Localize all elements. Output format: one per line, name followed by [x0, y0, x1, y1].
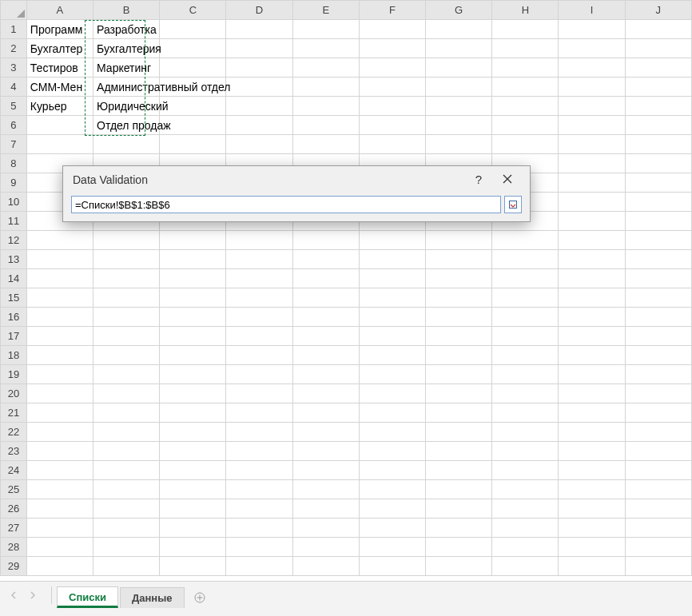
cell[interactable]	[625, 403, 691, 423]
cell[interactable]	[492, 365, 559, 384]
cell[interactable]	[226, 231, 292, 250]
cell[interactable]	[559, 461, 625, 480]
cell[interactable]	[559, 288, 625, 308]
cell[interactable]	[292, 346, 359, 365]
cell[interactable]	[160, 538, 226, 557]
cell[interactable]	[226, 557, 292, 576]
cell[interactable]	[559, 39, 625, 58]
cell[interactable]	[226, 39, 292, 58]
sheet-tab[interactable]: Данные	[120, 587, 185, 608]
cell[interactable]	[292, 403, 359, 423]
cell[interactable]	[426, 423, 492, 442]
cell[interactable]	[426, 77, 492, 97]
cell[interactable]	[625, 135, 691, 154]
cell[interactable]	[93, 461, 160, 480]
cell[interactable]	[292, 97, 359, 116]
cell[interactable]	[625, 39, 691, 58]
cell[interactable]	[359, 20, 425, 39]
cell[interactable]	[160, 231, 226, 250]
row-header[interactable]: 29	[1, 557, 27, 576]
cell[interactable]	[359, 423, 425, 442]
cell[interactable]	[160, 346, 226, 365]
cell[interactable]	[292, 519, 359, 538]
cell[interactable]	[226, 538, 292, 557]
cell[interactable]	[292, 538, 359, 557]
col-header[interactable]: C	[160, 1, 226, 20]
cell[interactable]	[625, 365, 691, 384]
cell[interactable]	[226, 480, 292, 499]
cell[interactable]	[625, 557, 691, 576]
row-header[interactable]: 22	[1, 423, 27, 442]
cell[interactable]	[292, 327, 359, 346]
row-header[interactable]: 5	[1, 97, 27, 116]
cell[interactable]	[426, 365, 492, 384]
cell[interactable]	[292, 442, 359, 461]
cell[interactable]	[559, 20, 625, 39]
cell[interactable]	[226, 116, 292, 135]
cell[interactable]	[559, 365, 625, 384]
cell[interactable]	[93, 519, 160, 538]
cell[interactable]	[26, 423, 93, 442]
cell[interactable]	[492, 499, 559, 519]
cell[interactable]	[226, 288, 292, 308]
cell[interactable]	[359, 58, 425, 77]
cell[interactable]	[359, 461, 425, 480]
cell[interactable]	[559, 77, 625, 97]
cell[interactable]	[93, 250, 160, 269]
cell[interactable]	[226, 442, 292, 461]
cell[interactable]	[426, 288, 492, 308]
cell[interactable]	[93, 346, 160, 365]
col-header[interactable]: F	[359, 1, 425, 20]
cell[interactable]	[26, 480, 93, 499]
cell[interactable]	[559, 308, 625, 327]
cell[interactable]	[426, 20, 492, 39]
cell[interactable]	[93, 557, 160, 576]
cell[interactable]	[625, 116, 691, 135]
row-header[interactable]: 27	[1, 519, 27, 538]
cell[interactable]	[26, 403, 93, 423]
cell[interactable]	[226, 58, 292, 77]
cell[interactable]	[559, 557, 625, 576]
cell[interactable]	[292, 288, 359, 308]
cell[interactable]	[426, 519, 492, 538]
cell[interactable]	[426, 442, 492, 461]
cell[interactable]	[492, 308, 559, 327]
cell[interactable]	[93, 442, 160, 461]
cell[interactable]	[492, 403, 559, 423]
cell[interactable]	[292, 58, 359, 77]
cell[interactable]	[559, 519, 625, 538]
row-header[interactable]: 12	[1, 231, 27, 250]
cell[interactable]	[226, 327, 292, 346]
tab-nav-next[interactable]	[24, 586, 42, 604]
row-header[interactable]: 23	[1, 442, 27, 461]
cell[interactable]	[625, 288, 691, 308]
cell[interactable]	[625, 58, 691, 77]
cell[interactable]	[625, 461, 691, 480]
cell[interactable]	[292, 135, 359, 154]
cell[interactable]	[160, 461, 226, 480]
row-header[interactable]: 20	[1, 384, 27, 403]
cell[interactable]	[359, 116, 425, 135]
cell[interactable]	[625, 250, 691, 269]
cell[interactable]	[160, 365, 226, 384]
row-header[interactable]: 19	[1, 365, 27, 384]
cell[interactable]	[26, 538, 93, 557]
cell[interactable]	[492, 77, 559, 97]
cell[interactable]	[226, 308, 292, 327]
cell[interactable]	[359, 538, 425, 557]
cell[interactable]: Программ	[26, 20, 93, 39]
cell[interactable]	[226, 97, 292, 116]
cell[interactable]	[625, 20, 691, 39]
cell[interactable]	[226, 346, 292, 365]
cell[interactable]	[625, 212, 691, 231]
add-sheet-button[interactable]	[189, 587, 210, 608]
col-header[interactable]: E	[292, 1, 359, 20]
col-header[interactable]: G	[426, 1, 492, 20]
select-all-corner[interactable]	[1, 1, 27, 20]
cell[interactable]	[492, 39, 559, 58]
cell[interactable]	[625, 97, 691, 116]
row-header[interactable]: 13	[1, 250, 27, 269]
cell[interactable]	[359, 346, 425, 365]
cell[interactable]	[26, 231, 93, 250]
cell[interactable]	[359, 327, 425, 346]
